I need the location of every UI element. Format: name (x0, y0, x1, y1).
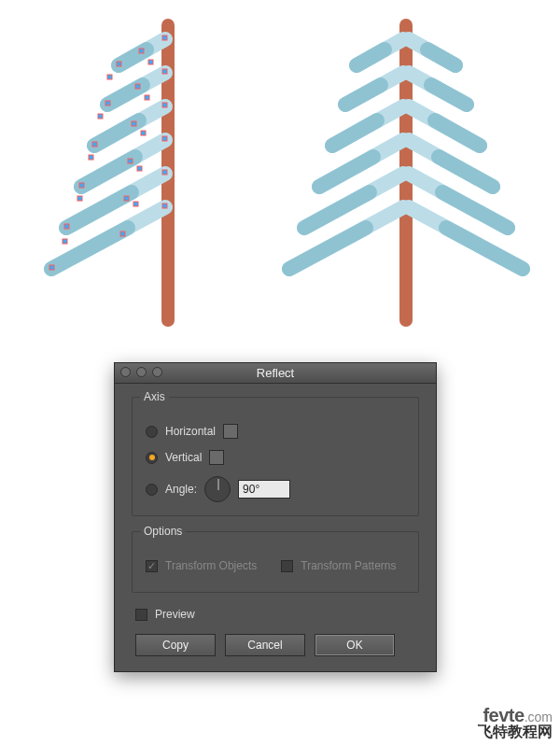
dialog-titlebar[interactable]: Reflect (115, 363, 436, 384)
svg-rect-16 (162, 69, 167, 74)
radio-vertical[interactable] (146, 452, 158, 464)
svg-rect-30 (49, 265, 54, 270)
svg-rect-17 (135, 84, 140, 89)
watermark-brand: fevte (483, 705, 524, 725)
axis-group: Axis Horizontal Vertical Angle: (132, 397, 419, 516)
svg-rect-39 (137, 166, 142, 171)
svg-rect-31 (107, 75, 112, 79)
axis-horizontal-row[interactable]: Horizontal (146, 418, 405, 444)
minimize-icon[interactable] (136, 367, 147, 377)
svg-rect-22 (162, 136, 167, 141)
dialog-title: Reflect (257, 366, 294, 380)
radio-angle[interactable] (146, 484, 158, 496)
svg-rect-37 (145, 95, 149, 100)
options-group: Options Transform Objects Transform Patt… (132, 531, 419, 593)
svg-rect-38 (141, 131, 146, 135)
options-group-label: Options (140, 525, 186, 538)
watermark-cn: 飞特教程网 (478, 724, 553, 739)
svg-rect-36 (148, 60, 153, 64)
svg-rect-40 (133, 202, 138, 206)
checkbox-transform-objects[interactable] (146, 560, 158, 572)
svg-rect-34 (77, 196, 82, 201)
illustration-canvas (0, 0, 560, 355)
radio-horizontal[interactable] (146, 426, 158, 438)
svg-line-8 (81, 157, 135, 187)
svg-line-49 (319, 157, 373, 187)
axis-vertical-row[interactable]: Vertical (146, 444, 405, 471)
svg-line-43 (357, 49, 385, 65)
reflect-dialog: Reflect Axis Horizontal Vertical Angle: (114, 362, 437, 672)
svg-line-55 (427, 49, 455, 65)
svg-rect-27 (64, 224, 69, 229)
svg-rect-21 (92, 142, 97, 147)
svg-rect-18 (105, 101, 110, 105)
svg-rect-20 (132, 121, 136, 126)
radio-angle-label: Angle: (165, 483, 197, 496)
horizontal-axis-icon (223, 424, 238, 439)
angle-input[interactable] (238, 480, 290, 499)
preview-label: Preview (155, 608, 195, 621)
angle-knob[interactable] (204, 476, 231, 502)
watermark: fevte.com 飞特教程网 (478, 706, 553, 739)
svg-rect-33 (89, 155, 93, 160)
svg-rect-24 (79, 183, 84, 188)
svg-line-45 (345, 85, 381, 105)
dialog-buttons: Copy Cancel OK (132, 634, 419, 656)
preview-row[interactable]: Preview (135, 608, 419, 621)
svg-rect-35 (63, 239, 67, 244)
svg-rect-29 (120, 232, 125, 236)
copy-button[interactable]: Copy (135, 634, 216, 656)
svg-line-57 (431, 85, 467, 105)
watermark-domain: .com (525, 710, 553, 724)
svg-line-61 (439, 157, 493, 187)
checkbox-preview[interactable] (135, 609, 147, 621)
svg-rect-15 (117, 62, 121, 66)
checkbox-transform-patterns[interactable] (281, 560, 293, 572)
vertical-axis-icon (209, 450, 224, 465)
axis-angle-row[interactable]: Angle: (146, 476, 405, 502)
svg-rect-28 (162, 204, 167, 208)
close-icon[interactable] (120, 367, 131, 377)
window-controls[interactable] (120, 367, 162, 377)
svg-rect-13 (162, 35, 167, 40)
axis-group-label: Axis (140, 390, 169, 403)
svg-rect-14 (139, 49, 144, 53)
svg-rect-19 (162, 103, 167, 107)
radio-vertical-label: Vertical (165, 451, 202, 464)
zoom-icon[interactable] (152, 367, 162, 377)
transform-objects-label: Transform Objects (165, 559, 257, 572)
svg-rect-26 (124, 196, 129, 201)
ok-button[interactable]: OK (315, 634, 395, 656)
svg-rect-32 (98, 114, 103, 119)
svg-rect-25 (162, 170, 167, 175)
transform-patterns-label: Transform Patterns (301, 559, 396, 572)
svg-rect-23 (128, 159, 133, 163)
cancel-button[interactable]: Cancel (225, 634, 305, 656)
radio-horizontal-label: Horizontal (165, 425, 216, 438)
